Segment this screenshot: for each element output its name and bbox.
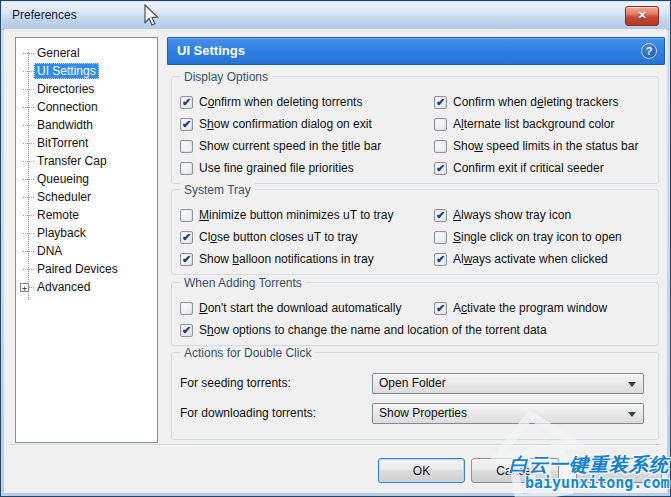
sidebar-item-label: Playback [34,225,89,241]
group-system-tray: System TrayMinimize button minimizes uT … [171,189,659,275]
sidebar-item-label: DNA [34,243,65,259]
dropdown-selected-value: Show Properties [379,404,467,423]
checkbox-checked-icon[interactable]: ✔ [180,253,193,266]
checkbox-minimize-button-minimizes-ut-to-tray[interactable]: Minimize button minimizes uT to tray [180,204,434,226]
checkbox-always-show-tray-icon[interactable]: ✔Always show tray icon [434,204,650,226]
sidebar-item-label: Directories [34,81,97,97]
checkbox-checked-icon[interactable]: ✔ [434,162,447,175]
sidebar-item-label: Transfer Cap [34,153,110,169]
checkbox-close-button-closes-ut-to-tray[interactable]: ✔Close button closes uT to tray [180,226,434,248]
sidebar-item-label: BitTorrent [34,135,91,151]
expand-plus-icon[interactable]: + [23,287,34,288]
checkbox-label: Use fine grained file priorities [199,161,354,175]
sidebar-item-remote[interactable]: Remote [16,206,157,224]
sidebar-item-label: Paired Devices [34,261,121,277]
sidebar-item-label: Connection [34,99,101,115]
checkbox-unchecked-icon[interactable] [180,140,193,153]
tree-connector [23,53,34,54]
sidebar-item-playback[interactable]: Playback [16,224,157,242]
sidebar-item-paired-devices[interactable]: Paired Devices [16,260,157,278]
checkbox-checked-icon[interactable]: ✔ [180,96,193,109]
sidebar-item-label: Bandwidth [34,117,96,133]
checkbox-confirm-when-deleting-torrents[interactable]: ✔Confirm when deleting torrents [180,91,434,113]
close-button[interactable]: ✕ [625,6,659,26]
checkbox-checked-icon[interactable]: ✔ [434,209,447,222]
checkbox-confirm-when-deleting-trackers[interactable]: ✔Confirm when deleting trackers [434,91,650,113]
checkbox-label: Activate the program window [453,301,607,315]
sidebar-item-label: UI Settings [34,63,99,79]
checkbox-don-t-start-the-download-automatically[interactable]: Don't start the download automatically [180,297,434,319]
ui-settings-panel: UI Settings ? Display Options✔Confirm wh… [167,37,665,440]
cancel-button[interactable]: Cancel [471,458,559,483]
checkbox-label: Alternate list background color [453,117,614,131]
checkbox-checked-icon[interactable]: ✔ [180,118,193,131]
group-title: System Tray [180,183,255,197]
page-title: UI Settings [177,38,245,63]
checkbox-checked-icon[interactable]: ✔ [180,231,193,244]
checkbox-alternate-list-background-color[interactable]: Alternate list background color [434,113,650,135]
checkbox-activate-the-program-window[interactable]: ✔Activate the program window [434,297,650,319]
group-title: Actions for Double Click [180,346,315,360]
checkbox-show-balloon-notifications-in-tray[interactable]: ✔Show balloon notifications in tray [180,248,434,270]
sidebar-item-ui-settings[interactable]: UI Settings [16,62,157,80]
group-when-adding-torrents: When Adding TorrentsDon't start the down… [171,282,659,346]
checkbox-unchecked-icon[interactable] [180,302,193,315]
checkbox-unchecked-icon[interactable] [434,231,447,244]
checkbox-unchecked-icon[interactable] [180,209,193,222]
checkbox-show-options-to-change-the-name-and-location-of-the-torrent-data[interactable]: ✔Show options to change the name and loc… [180,319,650,341]
sidebar-item-label: Scheduler [34,189,94,205]
group-title: When Adding Torrents [180,276,306,290]
checkbox-checked-icon[interactable]: ✔ [434,302,447,315]
checkbox-label: Show current speed in the title bar [199,139,381,153]
sidebar-item-queueing[interactable]: Queueing [16,170,157,188]
checkbox-use-fine-grained-file-priorities[interactable]: Use fine grained file priorities [180,157,434,179]
ok-button[interactable]: OK [378,458,465,483]
checkbox-label: Minimize button minimizes uT to tray [199,208,394,222]
sidebar-item-bittorrent[interactable]: BitTorrent [16,134,157,152]
tree-connector [23,251,34,252]
checkbox-label: Confirm when deleting torrents [199,95,362,109]
sidebar-item-dna[interactable]: DNA [16,242,157,260]
partially-hidden-button[interactable] [576,458,662,483]
tree-connector [23,233,34,234]
checkbox-checked-icon[interactable]: ✔ [434,96,447,109]
preferences-window: Preferences ✕ GeneralUI SettingsDirector… [0,0,671,497]
checkbox-unchecked-icon[interactable] [434,118,447,131]
combo-row-for-downloading-torrents: For downloading torrents:Show Properties [180,401,650,425]
sidebar-item-advanced[interactable]: +Advanced [16,278,157,296]
dropdown-for-seeding-torrents[interactable]: Open Folder [372,373,644,394]
checkbox-show-confirmation-dialog-on-exit[interactable]: ✔Show confirmation dialog on exit [180,113,434,135]
sidebar-item-directories[interactable]: Directories [16,80,157,98]
help-icon[interactable]: ? [641,43,657,59]
checkbox-checked-icon[interactable]: ✔ [434,253,447,266]
checkbox-label: Confirm when deleting trackers [453,95,618,109]
checkbox-always-activate-when-clicked[interactable]: ✔Always activate when clicked [434,248,650,270]
checkbox-show-speed-limits-in-the-status-bar[interactable]: Show speed limits in the status bar [434,135,650,157]
dropdown-for-downloading-torrents[interactable]: Show Properties [372,403,644,424]
checkbox-label: Always activate when clicked [453,252,608,266]
combo-row-for-seeding-torrents: For seeding torrents:Open Folder [180,371,650,395]
checkbox-show-current-speed-in-the-title-bar[interactable]: Show current speed in the title bar [180,135,434,157]
checkbox-confirm-exit-if-critical-seeder[interactable]: ✔Confirm exit if critical seeder [434,157,650,179]
tree-connector [23,89,34,90]
checkbox-unchecked-icon[interactable] [180,162,193,175]
sidebar-item-scheduler[interactable]: Scheduler [16,188,157,206]
page-header: UI Settings ? [167,37,665,65]
sidebar-item-general[interactable]: General [16,44,157,62]
titlebar[interactable]: Preferences ✕ [2,2,669,30]
sidebar-item-transfer-cap[interactable]: Transfer Cap [16,152,157,170]
checkbox-single-click-on-tray-icon-to-open[interactable]: Single click on tray icon to open [434,226,650,248]
combo-label: For downloading torrents: [180,406,372,420]
tree-connector [23,143,34,144]
sidebar-item-connection[interactable]: Connection [16,98,157,116]
group-actions-for-double-click: Actions for Double Click For seeding tor… [171,352,659,440]
sidebar-item-label: Advanced [34,279,93,295]
sidebar-item-label: Remote [34,207,82,223]
group-title: Display Options [180,70,272,84]
combo-label: For seeding torrents: [180,376,372,390]
checkbox-unchecked-icon[interactable] [434,140,447,153]
sidebar-item-bandwidth[interactable]: Bandwidth [16,116,157,134]
checkbox-label: Show confirmation dialog on exit [199,117,372,131]
checkbox-checked-icon[interactable]: ✔ [180,324,193,337]
sidebar-item-label: Queueing [34,171,92,187]
